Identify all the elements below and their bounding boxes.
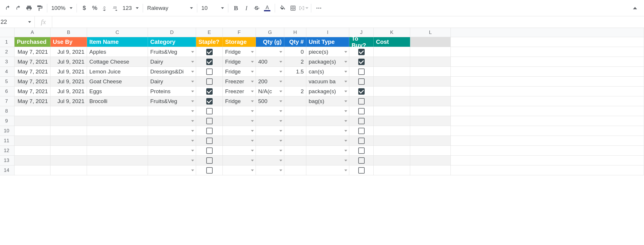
dropdown-caret-icon[interactable] xyxy=(344,110,347,112)
cell-item[interactable]: Goat Cheese xyxy=(87,77,148,87)
cell-use_by[interactable] xyxy=(50,156,87,165)
cell-to_buy[interactable] xyxy=(349,106,374,116)
cell-staple[interactable] xyxy=(196,47,223,57)
cell-storage[interactable]: Freezer xyxy=(223,77,256,87)
cell-qty_g[interactable]: N/A(c xyxy=(256,87,284,96)
dropdown-caret-icon[interactable] xyxy=(344,160,347,161)
zoom-dropdown[interactable]: 100% xyxy=(50,3,74,13)
cell-unit[interactable]: vacuum ba xyxy=(306,77,349,87)
dropdown-caret-icon[interactable] xyxy=(251,81,254,82)
dropdown-caret-icon[interactable] xyxy=(279,91,282,92)
cell-unit[interactable] xyxy=(306,126,349,136)
checkbox[interactable] xyxy=(358,69,365,75)
percent-button[interactable]: % xyxy=(90,3,100,13)
cell-unit[interactable] xyxy=(306,136,349,146)
dropdown-caret-icon[interactable] xyxy=(191,81,194,82)
cell-item[interactable]: Brocolli xyxy=(87,96,148,106)
cell-cost[interactable] xyxy=(374,126,410,136)
dropdown-caret-icon[interactable] xyxy=(191,110,194,112)
cell-cost[interactable] xyxy=(374,77,410,87)
borders-button[interactable] xyxy=(288,3,298,13)
row-header-9[interactable]: 9 xyxy=(0,116,15,126)
fill-color-button[interactable] xyxy=(277,3,288,13)
checkbox[interactable] xyxy=(206,49,213,55)
checkbox[interactable] xyxy=(358,167,365,174)
cell-category[interactable]: Fruits&Veg xyxy=(148,47,196,57)
checkbox[interactable] xyxy=(206,78,213,85)
cell-blank[interactable] xyxy=(410,47,451,57)
cell-staple[interactable] xyxy=(196,106,223,116)
table-header-use_by[interactable]: Use By xyxy=(50,37,87,47)
text-color-button[interactable]: A xyxy=(262,3,272,13)
cell-category[interactable]: Dairy xyxy=(148,57,196,67)
dropdown-caret-icon[interactable] xyxy=(279,150,282,152)
cell-to_buy[interactable] xyxy=(349,57,374,67)
checkbox[interactable] xyxy=(206,128,213,134)
cell-qty_n[interactable] xyxy=(284,136,306,146)
table-header-storage[interactable]: Storage xyxy=(223,37,256,47)
dropdown-caret-icon[interactable] xyxy=(279,140,282,142)
table-header-cost[interactable]: Cost xyxy=(374,37,410,47)
name-box[interactable]: 22 xyxy=(0,16,35,28)
cell-staple[interactable] xyxy=(196,136,223,146)
cell-blank[interactable] xyxy=(410,116,451,126)
font-size-dropdown[interactable]: 10 xyxy=(200,3,226,13)
table-header-to_buy[interactable]: To Buy? xyxy=(349,37,374,47)
cell-to_buy[interactable] xyxy=(349,156,374,165)
table-header-qty_n[interactable]: Qty # xyxy=(284,37,306,47)
dropdown-caret-icon[interactable] xyxy=(191,100,194,102)
dropdown-caret-icon[interactable] xyxy=(344,130,347,132)
cell-unit[interactable]: package(s) xyxy=(306,57,349,67)
cell-to_buy[interactable] xyxy=(349,96,374,106)
dropdown-caret-icon[interactable] xyxy=(191,51,194,53)
dropdown-caret-icon[interactable] xyxy=(251,160,254,161)
cell-unit[interactable]: can(s) xyxy=(306,67,349,77)
cell-unit[interactable] xyxy=(306,146,349,156)
cell-use_by[interactable] xyxy=(50,165,87,175)
redo-button[interactable] xyxy=(13,3,24,13)
cell-blank[interactable] xyxy=(410,156,451,165)
column-header-A[interactable]: A xyxy=(15,28,50,37)
cell-qty_g[interactable] xyxy=(256,146,284,156)
cell-use_by[interactable]: Jul 9, 2021 xyxy=(50,67,87,77)
row-header-7[interactable]: 7 xyxy=(0,96,15,106)
cell-blank[interactable] xyxy=(410,77,451,87)
dropdown-caret-icon[interactable] xyxy=(279,160,282,161)
decrease-decimal-button[interactable]: .0 xyxy=(100,3,111,13)
cell-qty_g[interactable] xyxy=(256,136,284,146)
cell-storage[interactable] xyxy=(223,146,256,156)
dropdown-caret-icon[interactable] xyxy=(251,100,254,102)
checkbox[interactable] xyxy=(358,147,365,154)
checkbox[interactable] xyxy=(358,108,365,114)
dropdown-caret-icon[interactable] xyxy=(251,150,254,152)
cell-item[interactable]: Lemon Juice xyxy=(87,67,148,77)
row-header-4[interactable]: 4 xyxy=(0,67,15,77)
cell-blank[interactable] xyxy=(410,57,451,67)
number-format-dropdown[interactable]: 123 xyxy=(121,3,141,13)
cell-category[interactable] xyxy=(148,165,196,175)
cell-blank[interactable] xyxy=(410,106,451,116)
dropdown-caret-icon[interactable] xyxy=(191,140,194,142)
cell-category[interactable] xyxy=(148,156,196,165)
dropdown-caret-icon[interactable] xyxy=(344,51,347,53)
dropdown-caret-icon[interactable] xyxy=(279,110,282,112)
checkbox[interactable] xyxy=(358,49,365,55)
checkbox[interactable] xyxy=(358,98,365,105)
cell-unit[interactable] xyxy=(306,106,349,116)
column-header-C[interactable]: C xyxy=(87,28,148,37)
cell-qty_n[interactable] xyxy=(284,106,306,116)
cell-staple[interactable] xyxy=(196,146,223,156)
cell-blank[interactable] xyxy=(410,136,451,146)
checkbox[interactable] xyxy=(206,157,213,164)
cell-storage[interactable] xyxy=(223,165,256,175)
cell-storage[interactable] xyxy=(223,106,256,116)
row-header-6[interactable]: 6 xyxy=(0,87,15,96)
cell-staple[interactable] xyxy=(196,96,223,106)
dropdown-caret-icon[interactable] xyxy=(279,170,282,171)
dropdown-caret-icon[interactable] xyxy=(279,81,282,82)
dropdown-caret-icon[interactable] xyxy=(251,140,254,142)
dropdown-caret-icon[interactable] xyxy=(279,100,282,102)
cell-purchased[interactable] xyxy=(15,116,50,126)
dropdown-caret-icon[interactable] xyxy=(344,120,347,122)
cell-purchased[interactable] xyxy=(15,126,50,136)
